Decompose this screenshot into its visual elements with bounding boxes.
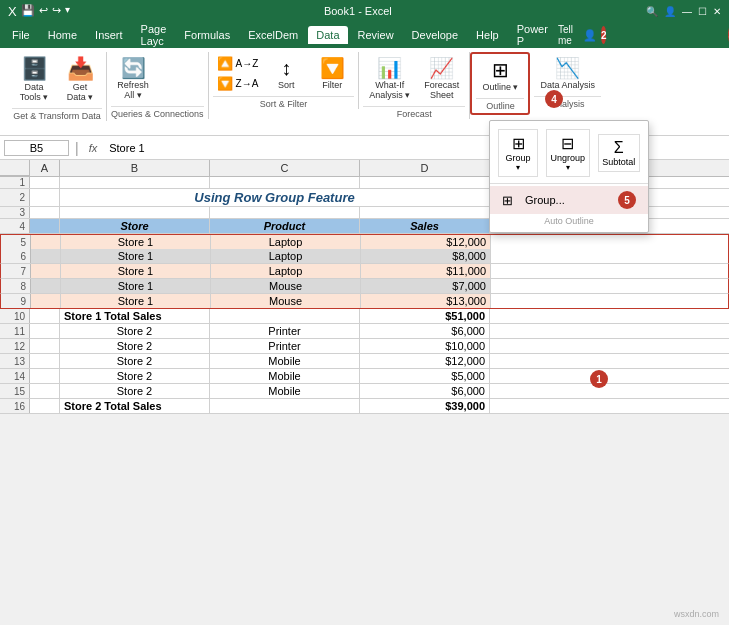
cell-a8[interactable] [31, 279, 61, 293]
cell-a5[interactable] [31, 235, 61, 249]
data-analysis-button[interactable]: 📉 Data Analysis [534, 54, 601, 94]
customize-icon[interactable]: ▾ [65, 4, 70, 19]
cell-c13[interactable]: Mobile [210, 354, 360, 368]
cell-a4[interactable] [30, 219, 60, 233]
cell-c7[interactable]: Laptop [211, 264, 361, 278]
cell-a14[interactable] [30, 369, 60, 383]
cell-b7[interactable]: Store 1 [61, 264, 211, 278]
menu-insert[interactable]: Insert [87, 26, 131, 44]
cell-d16[interactable]: $39,000 [360, 399, 490, 413]
cell-b2[interactable]: Using Row Group Feature [60, 189, 490, 206]
cell-b16[interactable]: Store 2 Total Sales [60, 399, 210, 413]
cell-b9[interactable]: Store 1 [61, 294, 211, 308]
filter-button[interactable]: 🔽 Filter [310, 54, 354, 94]
cell-d14[interactable]: $5,000 [360, 369, 490, 383]
cell-d7[interactable]: $11,000 [361, 264, 491, 278]
dropdown-group-button[interactable]: ⊞ Group ▾ [498, 129, 538, 177]
cell-d5[interactable]: $12,000 [361, 235, 491, 249]
menu-help[interactable]: Help [468, 26, 507, 44]
col-header-a[interactable]: A [30, 160, 60, 176]
data-tools-button[interactable]: 🗄️ DataTools ▾ [12, 54, 56, 106]
outline-button[interactable]: ⊞ Outline ▾ [476, 56, 524, 96]
cell-a6[interactable] [31, 249, 61, 263]
cell-b15[interactable]: Store 2 [60, 384, 210, 398]
cell-d4[interactable]: Sales [360, 219, 490, 233]
cell-b13[interactable]: Store 2 [60, 354, 210, 368]
dropdown-ungroup-button[interactable]: ⊟ Ungroup ▾ [546, 129, 590, 177]
col-header-b[interactable]: B [60, 160, 210, 176]
cell-d15[interactable]: $6,000 [360, 384, 490, 398]
cell-d12[interactable]: $10,000 [360, 339, 490, 353]
menu-home[interactable]: Home [40, 26, 85, 44]
cell-c5[interactable]: Laptop [211, 235, 361, 249]
menu-formulas[interactable]: Formulas [176, 26, 238, 44]
cell-c12[interactable]: Printer [210, 339, 360, 353]
user-icon[interactable]: 👤 [664, 6, 676, 17]
cell-a9[interactable] [31, 294, 61, 308]
cell-b4[interactable]: Store [60, 219, 210, 233]
cell-a7[interactable] [31, 264, 61, 278]
cell-d1[interactable] [360, 177, 490, 188]
cell-a10[interactable] [30, 309, 60, 323]
cell-b8[interactable]: Store 1 [61, 279, 211, 293]
close-button[interactable]: ✕ [713, 6, 721, 17]
cell-a2[interactable] [30, 189, 60, 206]
dropdown-group-item[interactable]: ⊞ Group... 5 [490, 186, 648, 214]
cell-a1[interactable] [30, 177, 60, 188]
cell-d3[interactable] [360, 207, 490, 218]
cell-a13[interactable] [30, 354, 60, 368]
cell-c15[interactable]: Mobile [210, 384, 360, 398]
sort-za-button[interactable]: 🔽 Z→A [213, 74, 263, 93]
tell-me[interactable]: Tell me [558, 24, 573, 46]
cell-d11[interactable]: $6,000 [360, 324, 490, 338]
whatif-button[interactable]: 📊 What-IfAnalysis ▾ [363, 54, 416, 104]
save-icon[interactable]: 💾 [21, 4, 35, 19]
cell-a12[interactable] [30, 339, 60, 353]
maximize-button[interactable]: ☐ [698, 6, 707, 17]
forecast-sheet-button[interactable]: 📈 ForecastSheet [418, 54, 465, 104]
menu-pagelayout[interactable]: Page Layc [133, 20, 175, 50]
cell-b12[interactable]: Store 2 [60, 339, 210, 353]
cell-a16[interactable] [30, 399, 60, 413]
cell-b3[interactable] [60, 207, 210, 218]
undo-icon[interactable]: ↩ [39, 4, 48, 19]
menu-data[interactable]: Data [308, 26, 347, 44]
cell-c16[interactable] [210, 399, 360, 413]
menu-review[interactable]: Review [350, 26, 402, 44]
cell-b1[interactable] [60, 177, 210, 188]
cell-c4[interactable]: Product [210, 219, 360, 233]
cell-c3[interactable] [210, 207, 360, 218]
dropdown-subtotal-button[interactable]: Σ Subtotal [598, 134, 640, 172]
cell-b6[interactable]: Store 1 [61, 249, 211, 263]
cell-c9[interactable]: Mouse [211, 294, 361, 308]
cell-a3[interactable] [30, 207, 60, 218]
cell-b14[interactable]: Store 2 [60, 369, 210, 383]
sort-az-button[interactable]: 🔼 A→Z [213, 54, 263, 73]
search-icon[interactable]: 🔍 [646, 6, 658, 17]
cell-c6[interactable]: Laptop [211, 249, 361, 263]
cell-c11[interactable]: Printer [210, 324, 360, 338]
cell-reference[interactable] [4, 140, 69, 156]
sort-button[interactable]: ↕️ Sort [264, 54, 308, 94]
cell-a15[interactable] [30, 384, 60, 398]
cell-d9[interactable]: $13,000 [361, 294, 491, 308]
redo-icon[interactable]: ↪ [52, 4, 61, 19]
refresh-all-button[interactable]: 🔄 RefreshAll ▾ [111, 54, 155, 104]
share-icon[interactable]: 👤 [583, 29, 597, 42]
cell-b5[interactable]: Store 1 [61, 235, 211, 249]
menu-file[interactable]: File [4, 26, 38, 44]
minimize-button[interactable]: — [682, 6, 692, 17]
cell-c1[interactable] [210, 177, 360, 188]
cell-d8[interactable]: $7,000 [361, 279, 491, 293]
cell-a11[interactable] [30, 324, 60, 338]
cell-b11[interactable]: Store 2 [60, 324, 210, 338]
cell-c14[interactable]: Mobile [210, 369, 360, 383]
cell-d10[interactable]: $51,000 [360, 309, 490, 323]
cell-b10[interactable]: Store 1 Total Sales [60, 309, 210, 323]
col-header-d[interactable]: D [360, 160, 490, 176]
get-data-button[interactable]: 📥 GetData ▾ [58, 54, 102, 106]
menu-exceldemo[interactable]: ExcelDem [240, 26, 306, 44]
cell-d6[interactable]: $8,000 [361, 249, 491, 263]
cell-d13[interactable]: $12,000 [360, 354, 490, 368]
col-header-c[interactable]: C [210, 160, 360, 176]
